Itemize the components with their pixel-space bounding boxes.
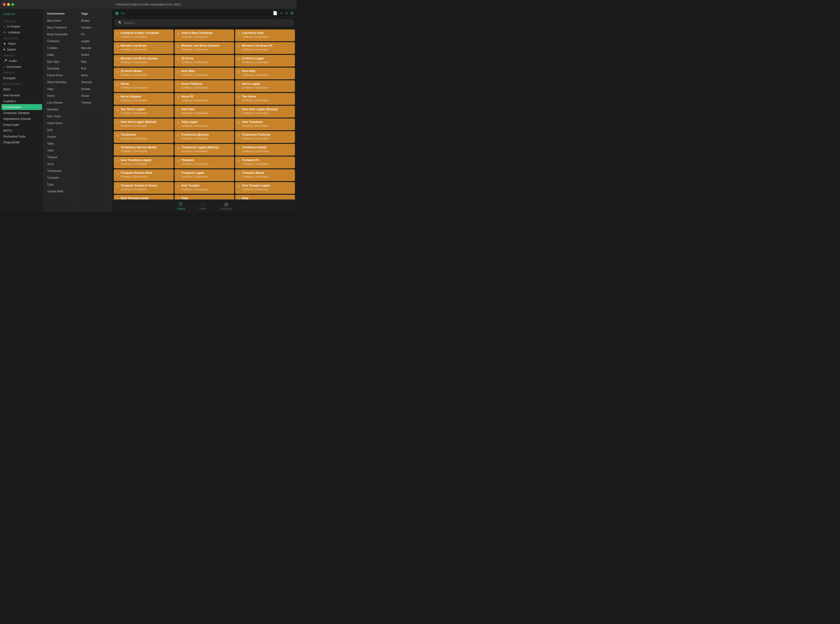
patch-card[interactable]: ⬡ Solo Horn Legato (Mellow) CineBrass | … bbox=[114, 119, 173, 130]
sidebar-item-switch[interactable]: ♥ Switch bbox=[0, 46, 43, 53]
patch-card[interactable]: ⬡ 12 Horns Legato CineBrass | CineSample… bbox=[235, 55, 295, 66]
patch-card[interactable]: ⬡ Low Brass Pads CineBrass | CineSamples bbox=[235, 29, 295, 41]
tag-item[interactable]: Rips bbox=[78, 59, 111, 65]
tag-item[interactable]: Staccato bbox=[78, 79, 111, 86]
instrument-item[interactable]: Timpani bbox=[44, 154, 77, 161]
patch-card[interactable]: ⬡ Tuba CineBrass | CineSamples bbox=[175, 195, 234, 199]
patch-card[interactable]: ⬡ Trumpets Sustain & Tenuto CineBrass | … bbox=[114, 182, 173, 194]
tag-item[interactable]: Short bbox=[78, 72, 111, 79]
sidebar-item-projectsam[interactable]: ProjectSAM bbox=[0, 139, 43, 145]
clear-all-button[interactable]: Clear All bbox=[0, 11, 43, 18]
instrument-item[interactable]: Cimbasso bbox=[44, 38, 77, 45]
instrument-item[interactable]: Snare Drum bbox=[44, 120, 77, 127]
sidebar-item-patch[interactable]: ★ Patch bbox=[0, 41, 43, 46]
patch-card[interactable]: ⬡ Trombones (Brassy) CineBrass | CineSam… bbox=[175, 131, 234, 143]
patch-card[interactable]: ⬡ Tuba Legato CineBrass | CineSamples bbox=[175, 119, 234, 130]
instrument-item[interactable]: Trombones bbox=[44, 168, 77, 175]
patch-card[interactable]: ⬡ Trumpets FX CineBrass | CineSamples bbox=[235, 157, 295, 168]
patch-card[interactable]: ⬡ Horns fff CineBrass | CineSamples bbox=[175, 93, 234, 105]
patch-card[interactable]: ⬡ Cimbasso & Bass Trombone CineBrass | C… bbox=[114, 29, 173, 41]
sidebar-item-audio[interactable]: 🎤 Audio bbox=[0, 58, 43, 64]
instrument-item[interactable]: Tabla bbox=[44, 141, 77, 147]
sidebar-item-kong-audio[interactable]: Kong Audio bbox=[0, 122, 43, 128]
instrument-item[interactable]: Tuba bbox=[44, 181, 77, 188]
sidebar-item-aria-sounds[interactable]: Aria Sounds bbox=[0, 92, 43, 98]
tag-item[interactable]: Tremolo bbox=[78, 99, 111, 106]
fullscreen-button[interactable] bbox=[11, 3, 14, 6]
patch-card[interactable]: ⬡ Solo Trumpet Legato CineBrass | CineSa… bbox=[114, 195, 173, 199]
sidebar-item-hephaestus[interactable]: Hephaestus Sounds bbox=[0, 116, 43, 122]
patch-card[interactable]: ⬡ Monster Low Brass Clusters CineBrass |… bbox=[175, 42, 234, 54]
close-button[interactable] bbox=[3, 3, 6, 6]
instrument-item[interactable]: Crotales bbox=[44, 45, 77, 52]
add-icon[interactable]: + bbox=[280, 11, 282, 15]
tag-item[interactable]: Sustain bbox=[78, 86, 111, 93]
sidebar-item-orchestral-tools[interactable]: Orchestral Tools bbox=[0, 133, 43, 139]
search-input[interactable] bbox=[124, 21, 291, 25]
patch-card[interactable]: ⬡ Horns CineBrass | CineSamples bbox=[114, 80, 173, 92]
patch-card[interactable]: ⬡ Solo Trumpet CineBrass | CineSamples bbox=[175, 182, 234, 194]
patch-card[interactable]: ⬡ Monster Low Brass FX CineBrass | CineS… bbox=[235, 42, 295, 54]
menu-icon[interactable]: ≡ bbox=[286, 11, 288, 15]
tag-item[interactable]: Marcato bbox=[78, 45, 111, 52]
patch-card[interactable]: ⬡ Trombones Muted CineBrass | CineSample… bbox=[235, 144, 295, 156]
sidebar-item-8dio[interactable]: 8DIO bbox=[0, 86, 43, 92]
tag-item[interactable]: Bowed bbox=[78, 17, 111, 24]
patch-card[interactable]: ⬡ Horns Fluttered CineBrass | CineSample… bbox=[175, 80, 234, 92]
patch-card[interactable]: ⬡ Trombones Fluttered CineBrass | CineSa… bbox=[235, 131, 295, 143]
patch-card[interactable]: ⬡ Monster Low Brass CineBrass | CineSamp… bbox=[114, 42, 173, 54]
instrument-item[interactable]: Harp bbox=[44, 86, 77, 93]
patch-card[interactable]: ⬡ Trombones CineBrass | CineSamples bbox=[114, 131, 173, 143]
nav-dashboard[interactable]: ▦ Dashboard bbox=[220, 202, 232, 210]
sidebar-item-instrument[interactable]: ♩ Instrument bbox=[0, 64, 43, 70]
sidebar-item-in-project[interactable]: ⌂ In Project bbox=[0, 23, 43, 29]
instrument-item[interactable]: Bass Trombone bbox=[44, 24, 77, 31]
patch-card[interactable]: ⬡ Solo Trumpet Legato CineBrass | CineSa… bbox=[235, 182, 295, 194]
nav-project[interactable]: ⌂ Project bbox=[199, 202, 206, 210]
sidebar-item-evergate[interactable]: Evergate bbox=[0, 75, 43, 81]
patch-card[interactable]: ⬡ 12 Horns Muted CineBrass | CineSamples bbox=[114, 68, 173, 79]
instrument-item[interactable]: Djun Djun bbox=[44, 59, 77, 65]
sidebar-item-cinesamples[interactable]: CineSamples bbox=[2, 104, 42, 110]
patch-card[interactable]: ⬡ Solo Trombone Legato CineBrass | CineS… bbox=[114, 157, 173, 168]
sidebar-item-cinematic-samples[interactable]: Cinematic Samples bbox=[0, 110, 43, 116]
tag-item[interactable]: Muted bbox=[78, 52, 111, 59]
sidebar-item-unlinked[interactable]: ⚇ Unlinked bbox=[0, 29, 43, 36]
instrument-item[interactable]: Solo bbox=[44, 127, 77, 133]
instrument-item[interactable]: Bass Drum bbox=[44, 17, 77, 24]
instrument-item[interactable]: Taiko bbox=[44, 147, 77, 154]
patch-card[interactable]: ⬡ Trombones Legato (Mellow) CineBrass | … bbox=[175, 144, 234, 156]
tag-item[interactable]: Clusters bbox=[78, 24, 111, 31]
tag-item[interactable]: Legato bbox=[78, 38, 111, 45]
patch-card[interactable]: ⬡ Solo Horn CineBrass | CineSamples bbox=[175, 106, 234, 117]
patch-card[interactable]: ⬡ Trumpets Harmon Mute CineBrass | CineS… bbox=[114, 169, 173, 181]
instrument-item[interactable]: Frame Drum bbox=[44, 72, 77, 79]
new-file-icon[interactable]: 📄 bbox=[273, 11, 277, 15]
patch-card[interactable]: ⬡ Horn Rips CineBrass | CineSamples bbox=[175, 68, 234, 79]
patch-card[interactable]: ⬡ Two Horns CineBrass | CineSamples bbox=[235, 93, 295, 105]
nav-catalog[interactable]: ☰ Catalog bbox=[177, 202, 185, 210]
folder-icon[interactable]: ▭ bbox=[121, 11, 125, 15]
instrument-item[interactable]: Brass Ensemble bbox=[44, 31, 77, 38]
patch-card[interactable]: ⬡ 12 Horns CineBrass | CineSamples bbox=[175, 55, 234, 66]
instrument-item[interactable]: Trumpets bbox=[44, 175, 77, 181]
tag-item[interactable]: FX bbox=[78, 31, 111, 38]
sidebar-item-motu[interactable]: MOTU bbox=[0, 128, 43, 133]
patch-card[interactable]: ⬡ Harp CineHarp | CineSamples bbox=[235, 195, 295, 199]
patch-card[interactable]: ⬡ Solo Horn Legato (Brassy) CineBrass | … bbox=[235, 106, 295, 117]
sidebar-item-audiobro[interactable]: AudioBro bbox=[0, 98, 43, 104]
instrument-item[interactable]: Roto Toms bbox=[44, 113, 77, 120]
patch-card[interactable]: ⬡ Horns Legato CineBrass | CineSamples bbox=[235, 80, 295, 92]
tag-item[interactable]: Roll bbox=[78, 65, 111, 72]
patch-card[interactable]: ⬡ Monster Low Brass Scoops CineBrass | C… bbox=[114, 55, 173, 66]
instrument-item[interactable]: Surdos bbox=[44, 133, 77, 141]
instrument-item[interactable]: Horns bbox=[44, 93, 77, 99]
search-bar[interactable]: 🔍 bbox=[115, 19, 294, 26]
patch-card[interactable]: ⬡ Horns Stopped CineBrass | CineSamples bbox=[114, 93, 173, 105]
patch-card[interactable]: ⬡ Tuba & Bass Trombone CineBrass | CineS… bbox=[175, 29, 234, 41]
instrument-item[interactable]: Doumbek bbox=[44, 65, 77, 72]
patch-card[interactable]: ⬡ Two Horns Legato CineBrass | CineSampl… bbox=[114, 106, 173, 117]
instrument-item[interactable]: Marimba bbox=[44, 106, 77, 113]
instrument-item[interactable]: Tubular Bells bbox=[44, 188, 77, 195]
patch-card[interactable]: ⬡ Horn Rips CineBrass | CineSamples bbox=[235, 68, 295, 79]
